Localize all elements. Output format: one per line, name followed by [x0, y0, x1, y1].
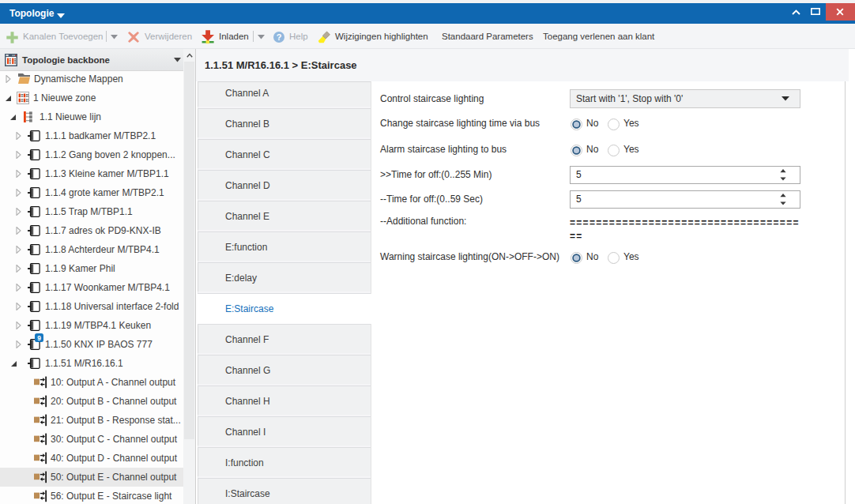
svg-text:?: ?: [277, 32, 282, 42]
svg-text:9: 9: [37, 334, 41, 342]
